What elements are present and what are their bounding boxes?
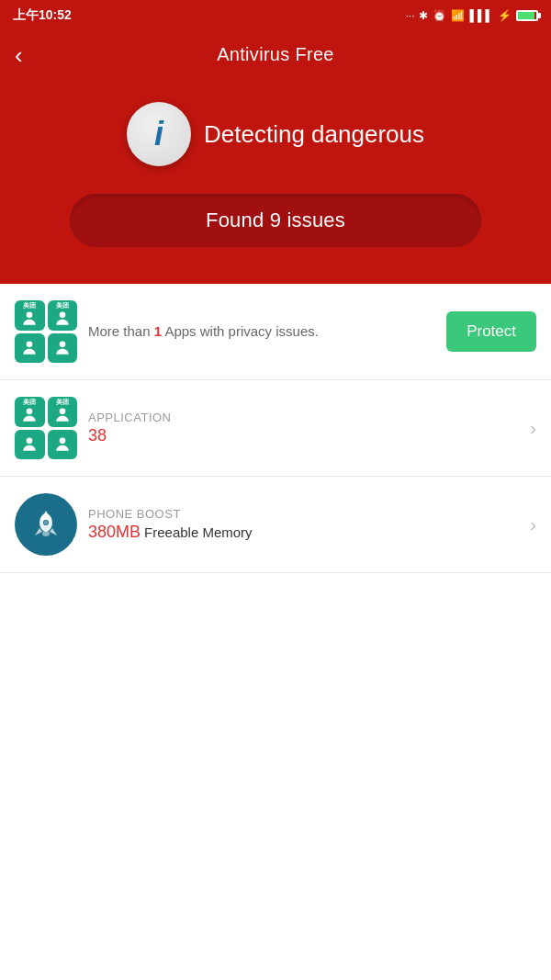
svg-point-0 bbox=[27, 312, 33, 319]
privacy-issue-text: More than 1 Apps with privacy issues. bbox=[88, 321, 435, 343]
application-count: 38 bbox=[88, 426, 519, 445]
svg-point-4 bbox=[27, 409, 33, 415]
phone-boost-text: PHONE BOOST 380MB Freeable Memory bbox=[88, 507, 519, 542]
application-item[interactable]: 美团 美团 bbox=[0, 380, 551, 477]
application-text: APPLICATION 38 bbox=[88, 411, 519, 445]
person-icon-2 bbox=[53, 310, 72, 328]
phone-boost-icon bbox=[15, 493, 77, 556]
person-silhouette-2 bbox=[53, 339, 72, 357]
svg-point-3 bbox=[59, 341, 65, 347]
signal-dots-icon: ··· bbox=[405, 9, 414, 22]
page-title: Antivirus Free bbox=[217, 44, 334, 65]
application-label: APPLICATION bbox=[88, 411, 519, 424]
detecting-text: Detecting dangerous bbox=[204, 120, 424, 149]
app-icon-person-1 bbox=[15, 333, 45, 364]
svg-point-7 bbox=[59, 437, 65, 444]
app-icon-person-4 bbox=[48, 430, 78, 460]
app-icon-meituan-4: 美团 bbox=[48, 397, 78, 427]
signal-bars-icon: ▌▌▌ bbox=[469, 9, 493, 22]
battery-icon bbox=[516, 10, 538, 21]
svg-point-1 bbox=[59, 312, 65, 319]
app-icon-person-2 bbox=[48, 333, 78, 364]
memory-line: 380MB Freeable Memory bbox=[88, 523, 519, 542]
privacy-issues-item: 美团 美团 bbox=[0, 284, 551, 380]
info-symbol: i bbox=[154, 115, 163, 153]
phone-boost-chevron-icon: › bbox=[530, 514, 536, 535]
banner-section: i Detecting dangerous Found 9 issues bbox=[0, 84, 551, 284]
person-icon-3 bbox=[20, 406, 39, 424]
status-bar: 上午10:52 ··· ✱ ⏰ 📶 ▌▌▌ ⚡ bbox=[0, 0, 551, 29]
protect-button[interactable]: Protect bbox=[446, 311, 536, 352]
memory-size: 380MB bbox=[88, 523, 141, 542]
info-circle-icon: i bbox=[127, 102, 191, 166]
person-silhouette-3 bbox=[20, 435, 39, 454]
privacy-description: More than 1 Apps with privacy issues. bbox=[88, 323, 319, 339]
svg-point-5 bbox=[59, 409, 65, 415]
person-icon-1 bbox=[20, 310, 39, 328]
privacy-count: 1 bbox=[154, 323, 162, 339]
rocket-icon bbox=[28, 506, 64, 543]
app-header: ‹ Antivirus Free bbox=[0, 29, 551, 84]
person-icon-4 bbox=[53, 406, 72, 424]
svg-point-14 bbox=[44, 521, 48, 524]
battery-fill bbox=[518, 12, 534, 19]
app-icon-meituan-1: 美团 bbox=[15, 300, 45, 331]
svg-marker-10 bbox=[35, 528, 42, 535]
memory-label: Freeable Memory bbox=[144, 524, 253, 540]
svg-point-2 bbox=[27, 341, 33, 347]
app-icon-meituan-2: 美团 bbox=[48, 300, 78, 331]
svg-marker-11 bbox=[50, 528, 57, 535]
app-icon-person-3 bbox=[15, 430, 45, 460]
phone-boost-label: PHONE BOOST bbox=[88, 507, 519, 521]
privacy-app-icons: 美团 美团 bbox=[15, 300, 77, 363]
bluetooth-icon: ✱ bbox=[419, 9, 428, 22]
charging-icon: ⚡ bbox=[498, 9, 512, 22]
found-issues-button[interactable]: Found 9 issues bbox=[70, 194, 481, 247]
detecting-row: i Detecting dangerous bbox=[127, 102, 424, 166]
privacy-desc-suffix: Apps with privacy issues. bbox=[162, 323, 319, 339]
person-silhouette-1 bbox=[20, 339, 39, 357]
alarm-icon: ⏰ bbox=[433, 9, 446, 22]
issues-list: 美团 美团 bbox=[0, 284, 551, 573]
svg-point-6 bbox=[27, 437, 33, 444]
svg-point-12 bbox=[42, 531, 50, 536]
back-button[interactable]: ‹ bbox=[15, 43, 23, 67]
phone-boost-item[interactable]: PHONE BOOST 380MB Freeable Memory › bbox=[0, 477, 551, 573]
app-icon-meituan-3: 美团 bbox=[15, 397, 45, 427]
application-app-icons: 美团 美团 bbox=[15, 397, 77, 459]
application-chevron-icon: › bbox=[530, 418, 536, 439]
person-silhouette-4 bbox=[53, 435, 72, 454]
status-icons: ··· ✱ ⏰ 📶 ▌▌▌ ⚡ bbox=[405, 9, 538, 22]
wifi-icon: 📶 bbox=[451, 9, 465, 22]
status-time: 上午10:52 bbox=[13, 7, 72, 24]
privacy-desc-prefix: More than bbox=[88, 323, 154, 339]
